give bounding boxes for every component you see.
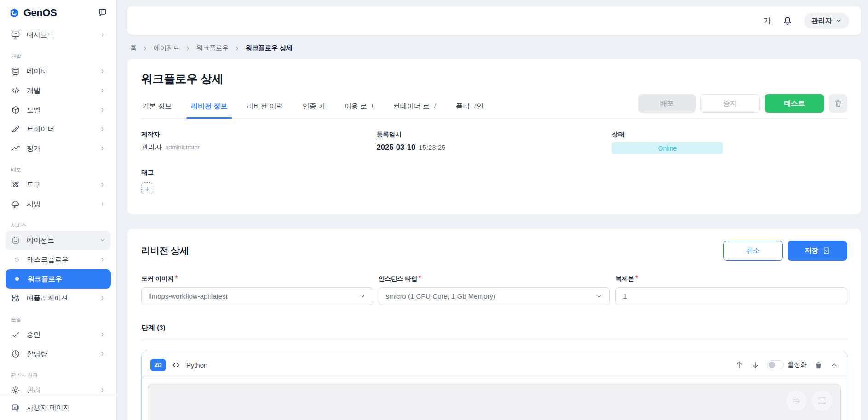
chevron-down-icon [596,293,603,300]
required-mark: * [418,274,421,282]
tab-auth-key[interactable]: 인증 키 [302,96,326,118]
step-body [142,378,847,420]
code-brackets-icon [172,361,180,369]
user-page-icon [11,403,21,412]
tab-revision-info[interactable]: 리비전 정보 [190,96,228,118]
language-toggle-button[interactable]: 가 [763,16,771,26]
created-label: 등록일시 [377,131,612,139]
sidebar-section-deploy: 배포 [11,166,105,173]
chevron-down-icon [99,237,106,244]
code-icon [11,86,21,95]
notifications-button[interactable] [782,15,793,26]
app-root: GenOS 대시보드 개발 데이터 개발 [0,0,868,420]
created-date: 2025-03-10 [377,143,415,152]
created-time: 15:23:25 [419,143,445,151]
sidebar-item-label: 태스크플로우 [27,255,69,264]
creator-id: administrator [165,144,200,151]
sidebar-item-dashboard[interactable]: 대시보드 [6,25,111,45]
move-step-up-button[interactable] [735,361,743,369]
breadcrumb-agent[interactable]: 에이전트 [154,44,179,52]
enable-toggle[interactable] [767,360,784,369]
creator-label: 제작자 [141,131,377,139]
tools-icon [11,180,21,189]
step-name: Python [186,361,208,369]
page-title: 워크플로우 상세 [141,71,847,86]
arrow-down-icon [751,361,759,369]
delete-workflow-button[interactable] [829,94,847,113]
main-area: 가 관리자 홈 에이전트 워크플로우 워크플로우 상세 워크플로우 상세 기본 … [117,0,868,420]
sidebar-item-quota[interactable]: 할당량 [6,344,111,363]
status-block: 상태 Online [612,131,847,154]
save-document-icon [822,247,830,255]
stop-button[interactable]: 중지 [700,94,760,113]
cloud-icon [11,199,21,209]
fullscreen-button[interactable] [812,391,832,411]
chevron-right-icon [99,182,106,188]
sidebar-item-evaluation[interactable]: 평가 [6,139,111,158]
tab-usage-log[interactable]: 이용 로그 [344,96,375,118]
sidebar-item-tools[interactable]: 도구 [6,175,111,194]
revision-detail-card: 리비전 상세 취소 저장 도커 이미지* llmops-workflow-api… [127,229,861,420]
sidebar-item-taskflow[interactable]: 태스크플로우 [6,250,111,269]
collapse-sidebar-button[interactable] [97,6,108,19]
move-step-down-button[interactable] [751,361,759,369]
workflow-detail-card: 워크플로우 상세 기본 정보 리비전 정보 리비전 이력 인증 키 이용 로그 … [127,59,861,214]
revision-title: 리비전 상세 [141,244,189,257]
deploy-button[interactable]: 배포 [638,94,696,113]
revision-actions: 취소 저장 [723,241,847,261]
sidebar-item-workflow[interactable]: 워크플로우 [6,269,111,289]
app-grid-plus-icon [11,294,21,303]
test-button[interactable]: 테스트 [765,94,824,113]
code-editor[interactable] [148,384,841,420]
sidebar-item-serving[interactable]: 서빙 [6,194,111,214]
sidebar-item-model[interactable]: 모델 [6,100,111,119]
sidebar-item-data[interactable]: 데이터 [6,62,111,81]
sidebar-item-admin[interactable]: 관리 [6,380,111,395]
format-arrow-icon [791,396,801,406]
chart-line-icon [11,144,21,153]
workflow-info-grid: 제작자 관리자 administrator 등록일시 2025-03-10 15… [141,131,847,154]
step-card-python: 2/3 Python 활성화 [141,352,847,420]
enable-toggle-wrap: 활성화 [767,360,807,369]
sidebar-item-application[interactable]: 애플리케이션 [6,289,111,308]
trash-icon [834,99,843,108]
chevron-right-icon [99,145,106,152]
cancel-button[interactable]: 취소 [723,241,783,261]
breadcrumb-home[interactable]: 홈 [130,44,137,52]
chevron-right-icon [185,45,191,51]
genos-logo-icon [9,7,19,19]
sidebar-item-approval[interactable]: 승인 [6,325,111,344]
sidebar-item-develop[interactable]: 개발 [6,81,111,100]
status-label: 상태 [612,131,847,139]
sidebar-item-user-page[interactable]: 사용자 페이지 [6,399,111,416]
breadcrumb-workflow[interactable]: 워크플로우 [196,44,229,52]
user-menu-button[interactable]: 관리자 [804,13,849,29]
sidebar-item-label: 에이전트 [27,236,54,245]
add-tag-button[interactable]: + [141,182,153,194]
docker-image-select[interactable]: llmops-workflow-api:latest [141,287,373,305]
arrow-up-icon [735,361,743,369]
save-button[interactable]: 저장 [788,241,847,261]
chevron-right-icon [142,45,148,51]
collapse-step-button[interactable] [830,361,838,369]
replicas-input[interactable] [615,287,847,305]
pencil-icon [11,125,21,134]
chevron-down-icon [836,18,842,24]
tab-basic-info[interactable]: 기본 정보 [141,96,172,118]
tab-revision-history[interactable]: 리비전 이력 [246,96,284,118]
tab-plugin[interactable]: 플러그인 [455,96,484,118]
sidebar-item-label: 승인 [27,330,40,339]
tab-container-log[interactable]: 컨테이너 로그 [392,96,437,118]
format-code-button[interactable] [786,391,806,411]
chevron-up-icon [830,361,838,369]
step-index-badge: 2/3 [150,359,166,371]
topbar: 가 관리자 [127,6,861,35]
docker-image-value: llmops-workflow-api:latest [149,292,228,300]
instance-type-select[interactable]: smicro (1 CPU Core, 1 Gb Memory) [379,287,610,305]
sidebar-item-agent[interactable]: 에이전트 [6,231,111,250]
user-name: 관리자 [811,17,832,25]
delete-step-button[interactable] [815,361,822,369]
revision-form: 도커 이미지* llmops-workflow-api:latest 인스턴스 … [141,274,847,305]
brand-logo: GenOS [9,7,57,19]
sidebar-item-trainer[interactable]: 트레이너 [6,119,111,139]
